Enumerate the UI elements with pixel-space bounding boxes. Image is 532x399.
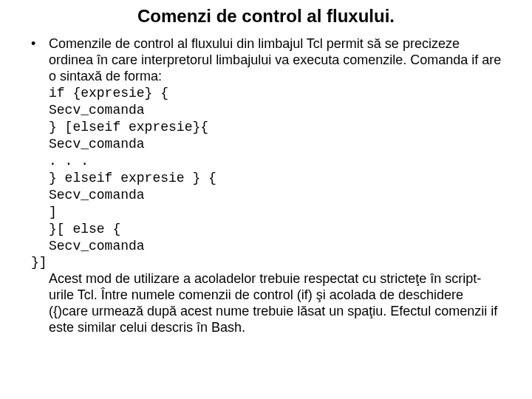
- bullet-body: Comenzile de control al fluxului din lim…: [49, 35, 502, 335]
- outro-text: Acest mod de utilizare a acoladelor treb…: [49, 271, 497, 335]
- code-line-9: }[ else {: [49, 222, 120, 236]
- code-line-4: Secv_comanda: [49, 137, 145, 151]
- bullet-marker: •: [30, 35, 49, 52]
- code-line-6: } elseif expresie } {: [49, 171, 216, 185]
- code-line-1: if {expresie} {: [49, 86, 168, 100]
- code-line-10: Secv_comanda: [49, 239, 145, 253]
- code-line-8: ]: [49, 205, 57, 219]
- intro-text: Comenzile de control al fluxului din lim…: [49, 36, 501, 83]
- code-line-3: } [elseif expresie}{: [49, 120, 208, 134]
- code-line-11: }]: [31, 254, 502, 270]
- bullet-item: • Comenzile de control al fluxului din l…: [30, 35, 502, 335]
- slide: Comenzi de control al fluxului. • Comenz…: [0, 0, 532, 399]
- code-line-2: Secv_comanda: [49, 103, 145, 117]
- code-line-5: . . .: [49, 154, 89, 168]
- code-line-7: Secv_comanda: [49, 188, 145, 202]
- slide-title: Comenzi de control al fluxului.: [30, 6, 502, 27]
